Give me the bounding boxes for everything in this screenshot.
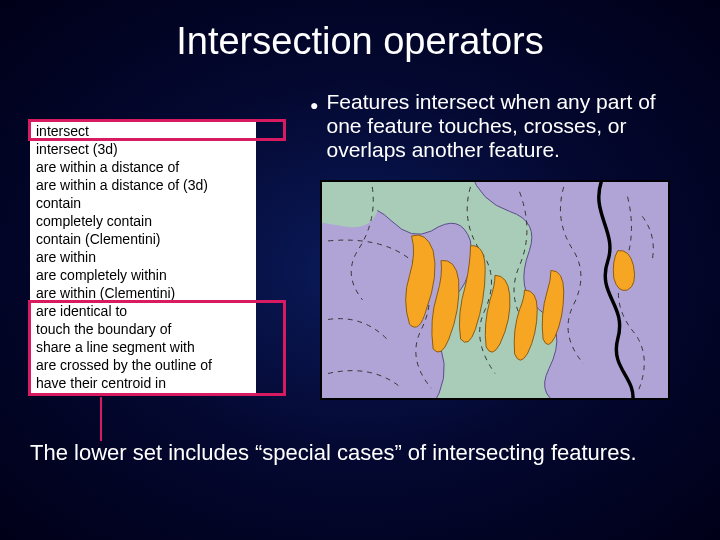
list-item: are completely within [30,266,256,284]
list-item: intersect [30,122,256,140]
list-item: share a line segment with [30,338,256,356]
list-item: have their centroid in [30,374,256,392]
bullet-text: Features intersect when any part of one … [326,90,690,162]
list-item: are within a distance of [30,158,256,176]
list-item: completely contain [30,212,256,230]
list-item: are within [30,248,256,266]
slide-title: Intersection operators [0,20,720,63]
map-illustration [320,180,670,400]
connector-line [100,397,102,441]
list-item: contain (Clementini) [30,230,256,248]
list-item: are within a distance of (3d) [30,176,256,194]
bullet-dot-icon: ● [310,90,318,162]
list-item: contain [30,194,256,212]
list-item: touch the boundary of [30,320,256,338]
list-item: are within (Clementini) [30,284,256,302]
list-item: are crossed by the outline of [30,356,256,374]
operator-list-panel: intersect intersect (3d) are within a di… [30,120,256,394]
bullet-block: ● Features intersect when any part of on… [310,90,690,162]
list-item: are identical to [30,302,256,320]
footer-note: The lower set includes “special cases” o… [30,440,637,466]
list-item: intersect (3d) [30,140,256,158]
